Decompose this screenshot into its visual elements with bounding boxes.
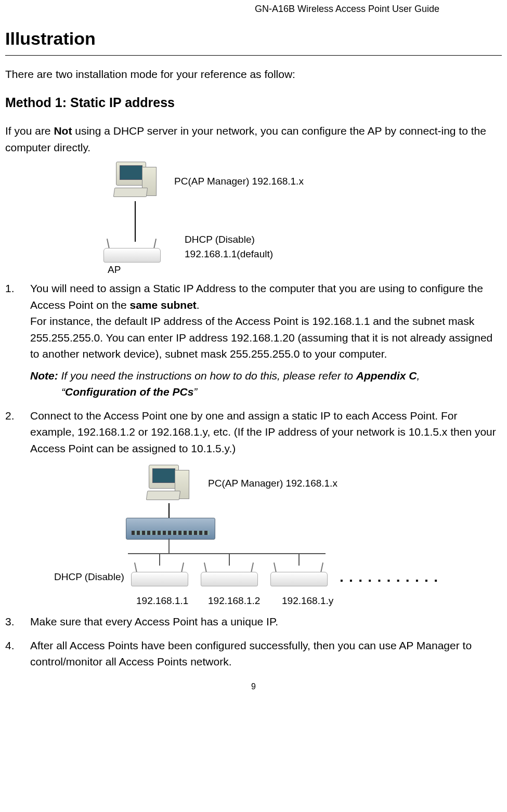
switch-icon xyxy=(126,518,215,540)
step1-note-line2: “Configuration of the PCs” xyxy=(61,384,502,400)
note-comma: , xyxy=(417,370,420,382)
step-2: 2. Connect to the Access Point one by on… xyxy=(5,408,502,457)
d2-line-pc-switch xyxy=(168,503,170,518)
page-title: Illustration xyxy=(5,25,502,52)
step3-text: Make sure that every Access Point has a … xyxy=(30,613,502,630)
diagram2-dhcp-label: DHCP (Disable) xyxy=(54,570,124,585)
step2-text: Connect to the Access Point one by one a… xyxy=(30,408,502,457)
diagram1-ap-label: AP xyxy=(108,263,121,278)
diagram-1: PC(AP Manager) 192.168.1.x AP DHCP (Disa… xyxy=(101,161,502,275)
step2-number: 2. xyxy=(5,408,30,457)
step-4: 4. After all Access Points have been con… xyxy=(5,637,502,670)
step-3: 3. Make sure that every Access Point has… xyxy=(5,613,502,630)
step4-number: 4. xyxy=(5,637,30,670)
diagram2-ip1: 192.168.1.1 xyxy=(136,594,188,609)
step-1: 1. You will need to assign a Static IP A… xyxy=(5,280,502,400)
method1-paragraph: If you are Not using a DHCP server in yo… xyxy=(5,123,502,155)
step3-number: 3. xyxy=(5,613,30,630)
note-config: Configuration of the PCs xyxy=(65,386,193,398)
diagram1-link-line xyxy=(135,201,136,242)
m1-bold: Not xyxy=(54,125,72,137)
note-text1: If you need the instructions on how to d… xyxy=(61,370,356,382)
m1-suffix: using a DHCP server in your network, you… xyxy=(5,125,486,153)
m1-prefix: If you are xyxy=(5,125,54,137)
pc-icon xyxy=(145,464,191,505)
ap-icon xyxy=(199,562,261,588)
diagram2-pc-label: PC(AP Manager) 192.168.1.x xyxy=(208,476,337,491)
step1-line1-prefix: You will need to assign a Static IP Addr… xyxy=(30,282,483,311)
note-qopen: “ xyxy=(61,386,65,398)
method1-heading: Method 1: Static IP address xyxy=(5,93,502,113)
diagram1-dhcp-label: DHCP (Disable) xyxy=(185,232,255,247)
diagram2-ip3: 192.168.1.y xyxy=(282,594,333,609)
ap-icon xyxy=(101,239,164,265)
intro-text: There are two installation mode for your… xyxy=(5,66,502,83)
d2-bus-line xyxy=(128,553,326,554)
step1-line2: For instance, the default IP address of … xyxy=(30,313,502,362)
note-appendix: Appendix C xyxy=(356,370,417,382)
step1-line1-bold: same subnet xyxy=(129,299,196,311)
diagram-2: PC(AP Manager) 192.168.1.x DHCP (Disable… xyxy=(5,464,502,609)
d2-line-switch-bus xyxy=(168,539,170,553)
diagram2-dots: ▪ ▪ ▪ ▪ ▪ ▪ ▪ ▪ ▪ ▪ ▪ xyxy=(340,574,439,587)
pc-icon xyxy=(112,161,159,202)
title-rule xyxy=(5,55,502,56)
ap-icon xyxy=(129,562,191,588)
step4-text: After all Access Points have been config… xyxy=(30,637,502,670)
note-label: Note: xyxy=(30,370,58,382)
diagram1-pc-label: PC(AP Manager) 192.168.1.x xyxy=(174,174,304,189)
step1-number: 1. xyxy=(5,280,30,400)
header-guide-text: GN-A16B Wireless Access Point User Guide xyxy=(5,0,502,16)
diagram2-ip2: 192.168.1.2 xyxy=(208,594,260,609)
step1-line1-suffix: . xyxy=(197,299,200,311)
step1-note: Note: If you need the instructions on ho… xyxy=(30,368,502,384)
page-number: 9 xyxy=(5,680,502,693)
note-qclose: ” xyxy=(193,386,197,398)
step1-line1: You will need to assign a Static IP Addr… xyxy=(30,280,502,313)
ap-icon xyxy=(268,562,331,588)
diagram1-ip-label: 192.168.1.1(default) xyxy=(185,247,273,262)
